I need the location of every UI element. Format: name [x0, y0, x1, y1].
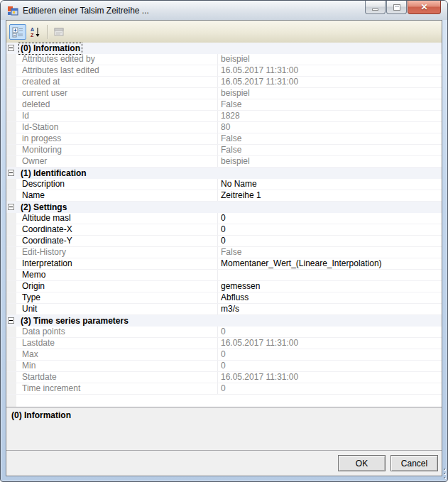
collapse-toggle-icon[interactable]: [8, 317, 14, 324]
property-label: current user: [16, 88, 217, 99]
property-value[interactable]: gemessen: [217, 281, 442, 292]
close-icon: ✕: [420, 3, 427, 11]
property-label: Memo: [16, 270, 217, 280]
property-grid-toolbar: A Z: [6, 21, 442, 43]
property-row[interactable]: Attributes edited bybeispiel: [6, 54, 442, 65]
property-value[interactable]: Zeitreihe 1: [217, 190, 442, 201]
property-value[interactable]: 16.05.2017 11:31:00: [217, 338, 442, 349]
title-bar[interactable]: Editieren einer Talsim Zeitreihe ... ✕: [1, 1, 447, 20]
property-value[interactable]: m3/s: [217, 304, 442, 314]
property-row[interactable]: Altitude masl0: [6, 213, 442, 224]
category-row[interactable]: (1) Identification: [6, 168, 442, 179]
resize-grip[interactable]: [440, 466, 446, 478]
property-label: Altitude masl: [16, 213, 217, 224]
category-label: (0) Information: [19, 43, 82, 54]
property-label: Max: [16, 349, 217, 360]
property-value[interactable]: 16.05.2017 11:31:00: [217, 65, 442, 76]
close-button[interactable]: ✕: [408, 1, 441, 14]
property-pages-icon: [53, 26, 65, 38]
property-label: Edit-History: [16, 247, 217, 258]
alphabetical-sort-button[interactable]: A Z: [27, 24, 44, 40]
property-row[interactable]: DescriptionNo Name: [6, 179, 442, 190]
property-row[interactable]: Ownerbeispiel: [6, 156, 442, 168]
property-row[interactable]: Data points0: [6, 327, 442, 338]
minimize-button[interactable]: [365, 1, 386, 14]
property-row[interactable]: Edit-HistoryFalse: [6, 247, 442, 258]
button-bar: OK Cancel: [6, 450, 442, 476]
cancel-button[interactable]: Cancel: [390, 455, 438, 471]
toolbar-separator: [47, 25, 48, 39]
category-row[interactable]: (2) Settings: [6, 202, 442, 213]
property-label: Data points: [16, 327, 217, 337]
property-label: Type: [16, 292, 217, 303]
svg-text:A: A: [31, 27, 34, 32]
property-value[interactable]: 0: [217, 383, 442, 394]
property-row[interactable]: Max0: [6, 349, 442, 361]
property-row[interactable]: Id-Station80: [6, 122, 442, 133]
property-label: Unit: [16, 304, 217, 314]
maximize-button[interactable]: [386, 1, 407, 14]
property-row[interactable]: Lastdate16.05.2017 11:31:00: [6, 338, 442, 349]
ok-button[interactable]: OK: [338, 455, 386, 471]
property-value[interactable]: 80: [217, 122, 442, 133]
category-label: (1) Identification: [19, 168, 88, 179]
property-row[interactable]: deletedFalse: [6, 99, 442, 111]
collapse-toggle-icon[interactable]: [8, 204, 14, 210]
client-area: A Z (0) InformationAttributes edited byb: [6, 20, 442, 476]
collapse-toggle-icon[interactable]: [8, 45, 14, 51]
property-value[interactable]: Abfluss: [217, 292, 442, 303]
property-label: Owner: [16, 156, 217, 167]
property-row[interactable]: Id1828: [6, 111, 442, 122]
property-value[interactable]: 0: [217, 224, 442, 235]
property-label: Id-Station: [16, 122, 217, 133]
property-label: Attributes edited by: [16, 54, 217, 65]
property-value[interactable]: 0: [217, 361, 442, 371]
property-row[interactable]: in progessFalse: [6, 133, 442, 145]
property-row[interactable]: current userbeispiel: [6, 88, 442, 99]
property-row[interactable]: Origingemessen: [6, 281, 442, 292]
minimize-icon: [372, 9, 378, 11]
property-label: Origin: [16, 281, 217, 292]
property-row[interactable]: Memo: [6, 270, 442, 281]
property-row[interactable]: Attributes last edited16.05.2017 11:31:0…: [6, 65, 442, 77]
property-value[interactable]: Momentaner_Wert_(Lineare_Interpolation): [217, 258, 442, 269]
property-row[interactable]: created at16.05.2017 11:31:00: [6, 77, 442, 88]
category-row[interactable]: (3) Time series parameters: [6, 315, 442, 327]
property-value[interactable]: beispiel: [217, 54, 442, 65]
property-grid-rows: (0) InformationAttributes edited bybeisp…: [6, 43, 442, 395]
property-label: Min: [16, 361, 217, 371]
categorized-view-button[interactable]: [9, 24, 26, 40]
property-value[interactable]: No Name: [217, 179, 442, 190]
property-value[interactable]: [217, 270, 442, 280]
property-value[interactable]: 0: [217, 327, 442, 337]
category-row[interactable]: (0) Information: [6, 43, 442, 54]
property-value[interactable]: 0: [217, 349, 442, 360]
property-value[interactable]: False: [217, 133, 442, 144]
property-value[interactable]: 1828: [217, 111, 442, 121]
property-value[interactable]: False: [217, 145, 442, 155]
property-value[interactable]: beispiel: [217, 88, 442, 99]
property-row[interactable]: MonitoringFalse: [6, 145, 442, 156]
property-row[interactable]: NameZeitreihe 1: [6, 190, 442, 202]
property-row[interactable]: InterpretationMomentaner_Wert_(Lineare_I…: [6, 258, 442, 270]
property-value[interactable]: 16.05.2017 11:31:00: [217, 372, 442, 383]
property-value[interactable]: False: [217, 99, 442, 110]
categorized-icon: [12, 26, 23, 38]
property-value[interactable]: 0: [217, 236, 442, 246]
category-label: (2) Settings: [19, 202, 68, 213]
property-value[interactable]: 16.05.2017 11:31:00: [217, 77, 442, 87]
property-row[interactable]: Min0: [6, 361, 442, 372]
property-pages-button: [50, 24, 67, 40]
property-value[interactable]: 0: [217, 213, 442, 224]
collapse-toggle-icon[interactable]: [8, 170, 14, 176]
property-row[interactable]: Unitm3/s: [6, 304, 442, 315]
property-value[interactable]: beispiel: [217, 156, 442, 167]
property-row[interactable]: Coordinate-Y0: [6, 236, 442, 247]
property-row[interactable]: Time increment0: [6, 383, 442, 395]
property-label: Startdate: [16, 372, 217, 383]
property-value[interactable]: False: [217, 247, 442, 258]
property-row[interactable]: Coordinate-X0: [6, 224, 442, 236]
property-row[interactable]: TypeAbfluss: [6, 292, 442, 304]
property-row[interactable]: Startdate16.05.2017 11:31:00: [6, 372, 442, 383]
property-label: Name: [16, 190, 217, 201]
